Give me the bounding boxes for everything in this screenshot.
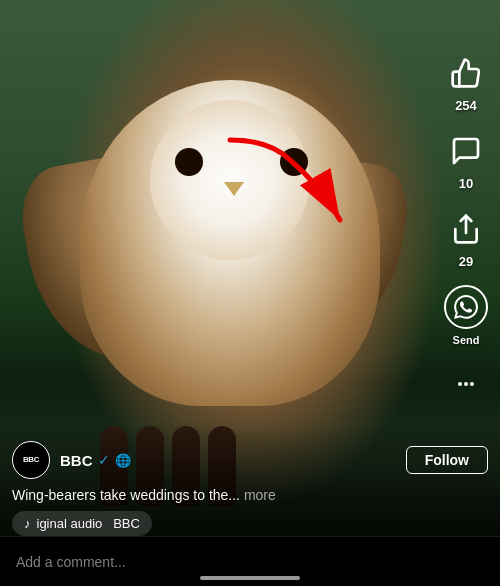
whatsapp-icon — [444, 285, 488, 329]
home-indicator — [200, 576, 300, 580]
audio-row: ♪ iginal audio BBC — [12, 511, 488, 536]
owl-beak — [224, 182, 244, 196]
comment-count: 10 — [459, 176, 473, 191]
share-button[interactable]: 29 — [444, 207, 488, 269]
bbc-logo-text: BBC — [23, 456, 39, 464]
thumbs-up-icon — [444, 51, 488, 95]
username-row: BBC ✓ 🌐 — [60, 452, 396, 469]
owl-eye-right — [280, 148, 308, 176]
audio-pill[interactable]: ♪ iginal audio BBC — [12, 511, 152, 536]
action-bar: 254 10 29 — [444, 51, 488, 406]
caption: Wing-bearers take weddings to the... mor… — [12, 487, 488, 503]
audio-text-prefix: iginal audio — [37, 516, 103, 531]
video-container: 254 10 29 — [0, 0, 500, 586]
dot-3 — [470, 382, 474, 386]
follow-button[interactable]: Follow — [406, 446, 488, 474]
owl-eye-left — [175, 148, 203, 176]
comment-placeholder[interactable]: Add a comment... — [16, 554, 484, 570]
more-button[interactable] — [444, 362, 488, 406]
username: BBC — [60, 452, 93, 469]
comment-button[interactable]: 10 — [444, 129, 488, 191]
comment-icon — [444, 129, 488, 173]
share-count: 29 — [459, 254, 473, 269]
send-label: Send — [453, 334, 480, 346]
dot-1 — [458, 382, 462, 386]
caption-more[interactable]: more — [244, 487, 276, 503]
audio-text: iginal audio BBC — [37, 516, 140, 531]
audio-artist: BBC — [113, 516, 140, 531]
music-icon: ♪ — [24, 516, 31, 531]
share-icon — [444, 207, 488, 251]
owl-face — [150, 100, 310, 260]
dot-2 — [464, 382, 468, 386]
like-count: 254 — [455, 98, 477, 113]
more-icon — [444, 362, 488, 406]
verified-icon: ✓ — [98, 452, 110, 468]
avatar[interactable]: BBC — [12, 441, 50, 479]
globe-icon: 🌐 — [115, 453, 131, 468]
send-button[interactable]: Send — [444, 285, 488, 346]
user-row: BBC BBC ✓ 🌐 Follow — [12, 441, 488, 479]
caption-text: Wing-bearers take weddings to the... — [12, 487, 240, 503]
like-button[interactable]: 254 — [444, 51, 488, 113]
